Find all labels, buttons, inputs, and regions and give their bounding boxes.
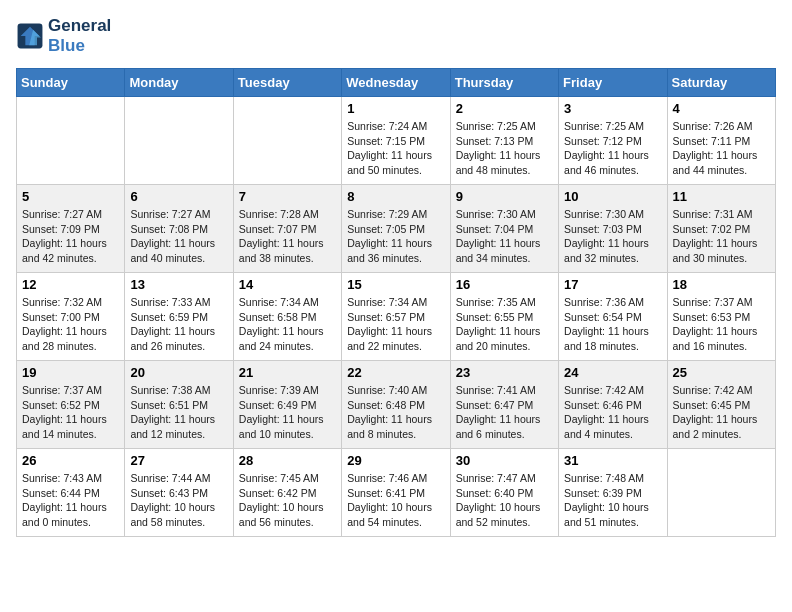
day-number: 27 xyxy=(130,453,227,468)
calendar-cell: 26Sunrise: 7:43 AM Sunset: 6:44 PM Dayli… xyxy=(17,449,125,537)
day-header-tuesday: Tuesday xyxy=(233,69,341,97)
cell-info: Sunrise: 7:35 AM Sunset: 6:55 PM Dayligh… xyxy=(456,295,553,354)
day-number: 19 xyxy=(22,365,119,380)
calendar-cell: 9Sunrise: 7:30 AM Sunset: 7:04 PM Daylig… xyxy=(450,185,558,273)
cell-info: Sunrise: 7:25 AM Sunset: 7:12 PM Dayligh… xyxy=(564,119,661,178)
day-number: 16 xyxy=(456,277,553,292)
day-number: 7 xyxy=(239,189,336,204)
calendar-cell: 11Sunrise: 7:31 AM Sunset: 7:02 PM Dayli… xyxy=(667,185,775,273)
calendar-cell: 12Sunrise: 7:32 AM Sunset: 7:00 PM Dayli… xyxy=(17,273,125,361)
day-number: 11 xyxy=(673,189,770,204)
calendar-cell: 16Sunrise: 7:35 AM Sunset: 6:55 PM Dayli… xyxy=(450,273,558,361)
page-header: General Blue xyxy=(16,16,776,56)
cell-info: Sunrise: 7:48 AM Sunset: 6:39 PM Dayligh… xyxy=(564,471,661,530)
day-number: 10 xyxy=(564,189,661,204)
day-number: 12 xyxy=(22,277,119,292)
cell-info: Sunrise: 7:37 AM Sunset: 6:53 PM Dayligh… xyxy=(673,295,770,354)
calendar-cell: 24Sunrise: 7:42 AM Sunset: 6:46 PM Dayli… xyxy=(559,361,667,449)
cell-info: Sunrise: 7:39 AM Sunset: 6:49 PM Dayligh… xyxy=(239,383,336,442)
day-number: 1 xyxy=(347,101,444,116)
calendar-week-3: 12Sunrise: 7:32 AM Sunset: 7:00 PM Dayli… xyxy=(17,273,776,361)
day-number: 14 xyxy=(239,277,336,292)
calendar-cell: 27Sunrise: 7:44 AM Sunset: 6:43 PM Dayli… xyxy=(125,449,233,537)
calendar-cell: 29Sunrise: 7:46 AM Sunset: 6:41 PM Dayli… xyxy=(342,449,450,537)
calendar-week-2: 5Sunrise: 7:27 AM Sunset: 7:09 PM Daylig… xyxy=(17,185,776,273)
day-number: 23 xyxy=(456,365,553,380)
cell-info: Sunrise: 7:28 AM Sunset: 7:07 PM Dayligh… xyxy=(239,207,336,266)
cell-info: Sunrise: 7:36 AM Sunset: 6:54 PM Dayligh… xyxy=(564,295,661,354)
calendar-cell: 21Sunrise: 7:39 AM Sunset: 6:49 PM Dayli… xyxy=(233,361,341,449)
cell-info: Sunrise: 7:26 AM Sunset: 7:11 PM Dayligh… xyxy=(673,119,770,178)
cell-info: Sunrise: 7:25 AM Sunset: 7:13 PM Dayligh… xyxy=(456,119,553,178)
calendar-cell xyxy=(17,97,125,185)
day-number: 28 xyxy=(239,453,336,468)
day-number: 9 xyxy=(456,189,553,204)
cell-info: Sunrise: 7:24 AM Sunset: 7:15 PM Dayligh… xyxy=(347,119,444,178)
calendar-cell: 23Sunrise: 7:41 AM Sunset: 6:47 PM Dayli… xyxy=(450,361,558,449)
calendar-week-5: 26Sunrise: 7:43 AM Sunset: 6:44 PM Dayli… xyxy=(17,449,776,537)
day-number: 26 xyxy=(22,453,119,468)
calendar-cell: 5Sunrise: 7:27 AM Sunset: 7:09 PM Daylig… xyxy=(17,185,125,273)
cell-info: Sunrise: 7:27 AM Sunset: 7:09 PM Dayligh… xyxy=(22,207,119,266)
cell-info: Sunrise: 7:38 AM Sunset: 6:51 PM Dayligh… xyxy=(130,383,227,442)
header-row: SundayMondayTuesdayWednesdayThursdayFrid… xyxy=(17,69,776,97)
cell-info: Sunrise: 7:34 AM Sunset: 6:58 PM Dayligh… xyxy=(239,295,336,354)
calendar-cell: 15Sunrise: 7:34 AM Sunset: 6:57 PM Dayli… xyxy=(342,273,450,361)
calendar-cell: 4Sunrise: 7:26 AM Sunset: 7:11 PM Daylig… xyxy=(667,97,775,185)
calendar-cell: 1Sunrise: 7:24 AM Sunset: 7:15 PM Daylig… xyxy=(342,97,450,185)
calendar-cell: 6Sunrise: 7:27 AM Sunset: 7:08 PM Daylig… xyxy=(125,185,233,273)
cell-info: Sunrise: 7:33 AM Sunset: 6:59 PM Dayligh… xyxy=(130,295,227,354)
cell-info: Sunrise: 7:42 AM Sunset: 6:45 PM Dayligh… xyxy=(673,383,770,442)
calendar-cell: 3Sunrise: 7:25 AM Sunset: 7:12 PM Daylig… xyxy=(559,97,667,185)
day-number: 21 xyxy=(239,365,336,380)
calendar-cell: 10Sunrise: 7:30 AM Sunset: 7:03 PM Dayli… xyxy=(559,185,667,273)
day-number: 29 xyxy=(347,453,444,468)
day-number: 8 xyxy=(347,189,444,204)
day-number: 6 xyxy=(130,189,227,204)
calendar-cell: 22Sunrise: 7:40 AM Sunset: 6:48 PM Dayli… xyxy=(342,361,450,449)
day-number: 5 xyxy=(22,189,119,204)
cell-info: Sunrise: 7:43 AM Sunset: 6:44 PM Dayligh… xyxy=(22,471,119,530)
day-number: 22 xyxy=(347,365,444,380)
cell-info: Sunrise: 7:44 AM Sunset: 6:43 PM Dayligh… xyxy=(130,471,227,530)
calendar-cell: 14Sunrise: 7:34 AM Sunset: 6:58 PM Dayli… xyxy=(233,273,341,361)
day-number: 3 xyxy=(564,101,661,116)
day-number: 15 xyxy=(347,277,444,292)
day-header-saturday: Saturday xyxy=(667,69,775,97)
calendar-table: SundayMondayTuesdayWednesdayThursdayFrid… xyxy=(16,68,776,537)
day-number: 31 xyxy=(564,453,661,468)
calendar-cell: 8Sunrise: 7:29 AM Sunset: 7:05 PM Daylig… xyxy=(342,185,450,273)
calendar-cell: 31Sunrise: 7:48 AM Sunset: 6:39 PM Dayli… xyxy=(559,449,667,537)
day-number: 24 xyxy=(564,365,661,380)
cell-info: Sunrise: 7:47 AM Sunset: 6:40 PM Dayligh… xyxy=(456,471,553,530)
cell-info: Sunrise: 7:30 AM Sunset: 7:03 PM Dayligh… xyxy=(564,207,661,266)
calendar-cell: 25Sunrise: 7:42 AM Sunset: 6:45 PM Dayli… xyxy=(667,361,775,449)
cell-info: Sunrise: 7:41 AM Sunset: 6:47 PM Dayligh… xyxy=(456,383,553,442)
calendar-cell: 17Sunrise: 7:36 AM Sunset: 6:54 PM Dayli… xyxy=(559,273,667,361)
calendar-cell: 20Sunrise: 7:38 AM Sunset: 6:51 PM Dayli… xyxy=(125,361,233,449)
calendar-cell: 28Sunrise: 7:45 AM Sunset: 6:42 PM Dayli… xyxy=(233,449,341,537)
calendar-cell xyxy=(233,97,341,185)
day-header-thursday: Thursday xyxy=(450,69,558,97)
calendar-cell: 7Sunrise: 7:28 AM Sunset: 7:07 PM Daylig… xyxy=(233,185,341,273)
day-header-monday: Monday xyxy=(125,69,233,97)
calendar-cell: 30Sunrise: 7:47 AM Sunset: 6:40 PM Dayli… xyxy=(450,449,558,537)
day-number: 25 xyxy=(673,365,770,380)
cell-info: Sunrise: 7:30 AM Sunset: 7:04 PM Dayligh… xyxy=(456,207,553,266)
logo-text: General Blue xyxy=(48,16,111,56)
day-number: 13 xyxy=(130,277,227,292)
day-header-wednesday: Wednesday xyxy=(342,69,450,97)
calendar-cell xyxy=(667,449,775,537)
calendar-cell xyxy=(125,97,233,185)
cell-info: Sunrise: 7:27 AM Sunset: 7:08 PM Dayligh… xyxy=(130,207,227,266)
cell-info: Sunrise: 7:37 AM Sunset: 6:52 PM Dayligh… xyxy=(22,383,119,442)
calendar-week-4: 19Sunrise: 7:37 AM Sunset: 6:52 PM Dayli… xyxy=(17,361,776,449)
day-header-friday: Friday xyxy=(559,69,667,97)
logo: General Blue xyxy=(16,16,111,56)
calendar-week-1: 1Sunrise: 7:24 AM Sunset: 7:15 PM Daylig… xyxy=(17,97,776,185)
cell-info: Sunrise: 7:42 AM Sunset: 6:46 PM Dayligh… xyxy=(564,383,661,442)
day-number: 4 xyxy=(673,101,770,116)
day-number: 2 xyxy=(456,101,553,116)
day-number: 18 xyxy=(673,277,770,292)
cell-info: Sunrise: 7:34 AM Sunset: 6:57 PM Dayligh… xyxy=(347,295,444,354)
